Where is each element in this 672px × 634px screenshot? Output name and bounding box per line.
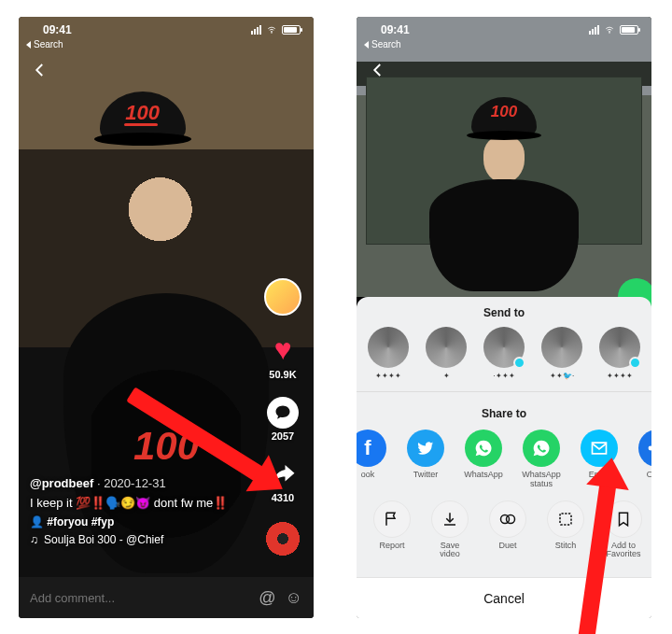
share-label: ook xyxy=(361,471,375,480)
contacts-row[interactable]: ✦✦✦✦✦·✦✦✦✦✦🐦·✦✦✦✦ xyxy=(357,325,651,386)
contact-avatar xyxy=(483,327,525,368)
signal-icon xyxy=(251,25,261,35)
contact-name: ·✦✦✦ xyxy=(493,372,514,380)
back-button[interactable] xyxy=(370,62,386,78)
svg-point-1 xyxy=(609,33,610,34)
contact-avatar xyxy=(368,327,409,368)
screenshot-left: 09:41 Search 100 100 xyxy=(19,17,314,618)
breadcrumb-search[interactable]: Search xyxy=(26,39,63,49)
action-label: Report xyxy=(379,542,404,550)
save-video-icon xyxy=(431,500,469,538)
action-rail: ♥ 50.9K 2057 4310 xyxy=(261,278,304,557)
author-avatar[interactable] xyxy=(264,278,301,316)
share-twitter[interactable]: Twitter xyxy=(405,430,446,489)
post-date: 2020-12-31 xyxy=(104,476,166,490)
share-other[interactable]: Other xyxy=(637,430,651,489)
back-button[interactable] xyxy=(32,62,49,78)
action-label: Duet xyxy=(498,542,516,550)
contact-name: ✦✦✦✦ xyxy=(375,372,401,380)
share-facebook[interactable]: fook xyxy=(357,430,388,489)
svg-point-0 xyxy=(272,33,273,34)
sound-disc-icon[interactable] xyxy=(264,520,301,557)
verified-icon xyxy=(629,357,641,369)
hat-graphic: 100 xyxy=(100,92,186,138)
status-bar: 09:41 xyxy=(19,17,314,39)
caption-text: I keep it 💯‼️🗣️😏😈 dont fw me‼️ xyxy=(30,494,248,514)
wifi-icon xyxy=(265,25,278,35)
author-handle[interactable]: @prodbeef xyxy=(30,476,93,490)
share-label: WhatsApp status xyxy=(521,471,562,489)
action-label: Add to Favorites xyxy=(603,542,644,559)
svg-rect-7 xyxy=(560,514,571,525)
comment-count: 2057 xyxy=(272,430,294,442)
mention-icon[interactable]: @ xyxy=(259,588,275,608)
like-icon[interactable]: ♥ xyxy=(273,332,291,367)
back-triangle-icon xyxy=(26,41,31,49)
like-count: 50.9K xyxy=(269,369,296,380)
svg-point-2 xyxy=(649,446,651,451)
contact-item[interactable]: ·✦✦✦ xyxy=(483,327,525,380)
contact-avatar xyxy=(426,327,467,368)
action-save-video[interactable]: Save video xyxy=(429,500,470,559)
wifi-icon xyxy=(603,25,616,35)
contact-item[interactable]: ✦✦🐦· xyxy=(541,327,582,380)
whatsapp-icon xyxy=(465,430,502,467)
action-duet[interactable]: Duet xyxy=(487,500,528,559)
action-label: Save video xyxy=(429,542,470,559)
contact-item[interactable]: ✦ xyxy=(426,327,467,380)
send-to-title: Send to xyxy=(357,297,651,325)
battery-icon xyxy=(282,25,301,35)
breadcrumb-search[interactable]: Search xyxy=(364,39,401,49)
video-frame[interactable]: 100 xyxy=(357,17,651,297)
emoji-icon[interactable]: ☺ xyxy=(286,588,302,608)
action-report[interactable]: Report xyxy=(371,500,413,559)
battery-icon xyxy=(620,25,638,35)
video-caption: @prodbeef · 2020-12-31 I keep it 💯‼️🗣️😏😈… xyxy=(30,474,248,549)
search-label: Search xyxy=(34,39,63,49)
contact-name: ✦✦✦✦ xyxy=(607,372,633,380)
share-to-title: Share to xyxy=(357,398,651,426)
status-time: 09:41 xyxy=(43,23,72,36)
report-icon xyxy=(373,500,411,538)
cancel-button[interactable]: Cancel xyxy=(357,577,651,618)
comment-icon[interactable] xyxy=(267,397,299,429)
verified-icon xyxy=(513,357,525,369)
other-icon xyxy=(638,430,651,467)
music-icon: ♫ xyxy=(30,531,38,549)
share-whatsapp-status[interactable]: WhatsApp status xyxy=(521,430,562,489)
music-title[interactable]: Soulja Boi 300 - @Chief xyxy=(44,531,163,549)
stitch-icon xyxy=(547,500,584,538)
action-stitch[interactable]: Stitch xyxy=(545,500,586,559)
share-label: Other xyxy=(647,471,651,480)
facebook-icon: f xyxy=(357,430,386,467)
status-time: 09:41 xyxy=(381,23,410,36)
share-label: Twitter xyxy=(413,471,439,480)
duet-icon xyxy=(489,500,526,538)
contact-item[interactable]: ✦✦✦✦ xyxy=(368,327,409,380)
twitter-icon xyxy=(407,430,444,467)
search-label: Search xyxy=(371,39,401,49)
contact-avatar xyxy=(599,327,640,368)
hashtags[interactable]: #foryou #fyp xyxy=(47,515,114,528)
contact-item[interactable]: ✦✦✦✦ xyxy=(599,327,640,380)
signal-icon xyxy=(589,25,599,35)
back-triangle-icon xyxy=(364,41,369,49)
svg-point-6 xyxy=(507,514,515,523)
contact-avatar xyxy=(541,327,582,368)
comment-input[interactable] xyxy=(30,591,249,605)
contact-name: ✦✦🐦· xyxy=(550,372,574,380)
contact-name: ✦ xyxy=(443,372,450,380)
status-bar: 09:41 xyxy=(357,17,651,39)
share-label: WhatsApp xyxy=(464,471,503,480)
whatsapp-status-icon xyxy=(523,430,560,467)
comment-bar: @ ☺ xyxy=(19,577,314,618)
action-label: Stitch xyxy=(555,542,577,550)
share-whatsapp[interactable]: WhatsApp xyxy=(463,430,504,489)
